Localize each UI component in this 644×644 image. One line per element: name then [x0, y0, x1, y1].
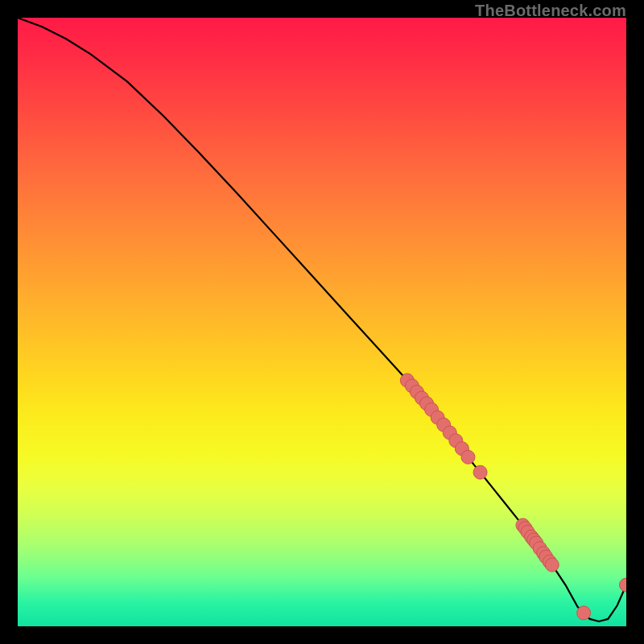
plot-area: [18, 18, 626, 626]
data-marker: [577, 606, 591, 620]
data-marker: [545, 558, 559, 572]
data-marker: [620, 578, 627, 592]
data-marker: [461, 450, 475, 464]
data-markers: [400, 374, 626, 620]
data-marker: [473, 465, 487, 479]
series-overlay: [18, 18, 626, 626]
chart-container: TheBottleneck.com: [0, 0, 644, 644]
watermark-text: TheBottleneck.com: [475, 2, 626, 20]
